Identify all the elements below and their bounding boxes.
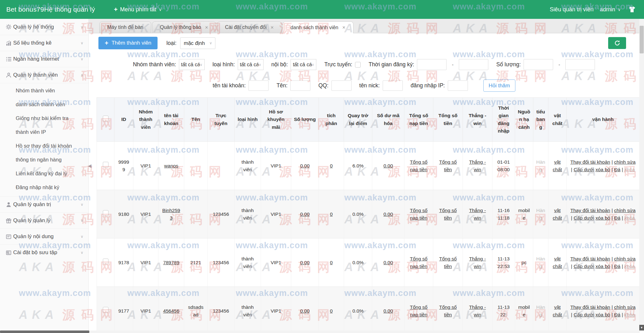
online-checkbox[interactable] [355, 62, 361, 68]
sidebar-item-quan-ly-noi-dung[interactable]: Quản lý nội dung∨ [0, 228, 88, 244]
row-checkbox[interactable] [103, 307, 108, 313]
register-from-input[interactable] [417, 59, 447, 70]
select-all-checkbox[interactable] [103, 116, 108, 121]
internal-select[interactable]: tất cả các∨ [291, 59, 316, 70]
row-checkbox[interactable] [103, 162, 108, 167]
login-ip-input[interactable] [448, 80, 468, 91]
sidebar-item-quan-ly-thanh-vien[interactable]: Quản lý thành viên∧ [0, 67, 88, 83]
sidebar-subitem-thanh-vien-ip[interactable]: thành viên IP [0, 125, 88, 139]
amount-from-input[interactable] [524, 59, 553, 70]
op-link-da[interactable]: Đá [614, 264, 620, 269]
row-checkbox[interactable] [103, 259, 108, 264]
balance-link[interactable]: 0.00 [383, 260, 393, 265]
sidebar-item-quan-ly-quan-ly[interactable]: Quản lý quản lý∨ [0, 212, 88, 228]
total-link[interactable]: Tổng số tiền [439, 208, 457, 220]
win-link[interactable]: Thắng - win [469, 159, 486, 172]
balance-link[interactable]: 0.00 [383, 308, 393, 314]
quantity-link[interactable]: 0.00 [300, 211, 309, 217]
account-link[interactable]: Binh2593 [162, 208, 180, 220]
scroll-down-arrow-icon[interactable]: ▼ [639, 325, 644, 330]
op-link-da[interactable]: Đá [614, 215, 620, 221]
member-group-select[interactable]: tất cả các∨ [179, 59, 205, 70]
op-link-da[interactable]: Đá [614, 167, 620, 172]
op-link-da[interactable]: Đá [614, 312, 620, 317]
sidebar-subitem-ho-so-thay-doi-tai-khoan[interactable]: Hồ sơ thay đổi tài khoản [0, 139, 88, 153]
sidebar-collapse-handle[interactable]: ◀ [87, 158, 92, 174]
tab-may-tinh-de-ban[interactable]: Máy tính để bàn [99, 21, 151, 33]
account-link[interactable]: 456456 [163, 308, 180, 314]
theme-shirt-icon[interactable] [628, 6, 636, 13]
op-link-xoa-bo[interactable]: xóa bỏ [596, 167, 610, 172]
sidebar-subitem-lien-ket-dang-ky-dai-ly[interactable]: Liên kết đăng ký đại lý [0, 167, 88, 181]
deposit-link[interactable]: Tổng số nạp tiền [410, 304, 427, 317]
horizontal-scrollbar-thumb[interactable] [0, 330, 89, 333]
register-to-input[interactable] [459, 59, 488, 70]
name-input[interactable] [290, 80, 310, 91]
amount-to-input[interactable] [565, 59, 595, 70]
quantity-link[interactable]: 0.00 [300, 308, 309, 314]
op-link-thay-doi-tai-khoan[interactable]: Thay đổi tài khoản [570, 159, 610, 165]
op-link-cap-duoi[interactable]: Cấp dưới [574, 167, 594, 172]
account-link[interactable]: wanos [164, 163, 178, 168]
total-link[interactable]: Tổng số tiền [439, 159, 457, 172]
sidebar-item-ngan-hang-internet[interactable]: Ngân hàng Internet∨ [0, 51, 88, 67]
tab-quan-ly-thong-bao[interactable]: Quản lý thông báo✕ [152, 21, 216, 33]
account-link[interactable]: 789789 [163, 260, 180, 265]
type-select[interactable]: mặc định ∨ [180, 37, 215, 49]
sidebar-item-quan-ly-quan-tri[interactable]: Quản lý quản trị∨ [0, 196, 88, 212]
balance-link[interactable]: 0.00 [383, 163, 393, 168]
op-link-thay-doi-tai-khoan[interactable]: Thay đổi tài khoản [570, 304, 610, 310]
deposit-link[interactable]: Tổng số nạp tiền [410, 256, 427, 269]
op-link-khoa[interactable]: khóa [625, 215, 635, 221]
quantity-link[interactable]: 0.00 [300, 163, 309, 168]
op-link-cap-duoi[interactable]: Cấp dưới [574, 264, 594, 269]
nickname-input[interactable] [383, 80, 403, 91]
win-link[interactable]: Thắng - win [469, 256, 486, 269]
material-link[interactable]: vật chất [553, 256, 562, 269]
total-link[interactable]: Tổng số tiền [439, 256, 457, 269]
deposit-link[interactable]: Tổng số nạp tiền [410, 208, 427, 220]
op-link-thay-doi-tai-khoan[interactable]: Thay đổi tài khoản [570, 208, 610, 213]
op-link-xoa-bo[interactable]: xóa bỏ [596, 264, 610, 269]
material-link[interactable]: vật chất [553, 304, 562, 317]
quantity-link[interactable]: 0.00 [300, 260, 309, 265]
horizontal-scrollbar[interactable] [0, 330, 639, 333]
vertical-scrollbar[interactable]: ▼ [639, 19, 644, 330]
op-link-chinh-sua[interactable]: chỉnh sửa [614, 256, 636, 261]
op-link-thay-doi-tai-khoan[interactable]: Thay đổi tài khoản [570, 256, 610, 261]
sidebar-item-so-lieu-thong-ke[interactable]: Số liệu thống kê∨ [0, 35, 88, 51]
total-link[interactable]: Tổng số tiền [439, 304, 457, 317]
sidebar-subitem-dang-nhap-nhat-ky[interactable]: Đăng nhập nhật ký [0, 181, 88, 194]
sidebar-subitem-giong-nhu-bai-kiem-tra[interactable]: Giống như bài kiểm tra [0, 112, 88, 125]
account-input[interactable] [248, 80, 269, 91]
material-link[interactable]: vật chất [553, 159, 562, 172]
sidebar-subitem-danh-sach-thanh-vien[interactable]: danh sách thành viên [0, 98, 88, 112]
op-link-khoa[interactable]: khóa [625, 312, 635, 317]
op-link-cap-duoi[interactable]: Cấp dưới [574, 215, 594, 221]
op-link-chinh-sua[interactable]: chỉnh sửa [614, 159, 636, 165]
close-icon[interactable]: ✕ [205, 25, 208, 30]
type-filter-select[interactable]: tất cả các∨ [238, 59, 264, 70]
add-member-button[interactable]: + Thêm thành viên [98, 37, 158, 49]
vertical-scrollbar-thumb[interactable] [640, 26, 644, 53]
sidebar-subitem-thong-tin-ngan-hang[interactable]: thông tin ngân hàng [0, 153, 88, 167]
op-link-chinh-sua[interactable]: chỉnh sửa [614, 208, 636, 213]
close-icon[interactable]: ✕ [342, 25, 346, 30]
points-link[interactable]: 0 [330, 211, 333, 217]
op-link-khoa[interactable]: khóa [625, 264, 635, 269]
tab-danh-sach-thanh-vien[interactable]: danh sách thành viên✕ [283, 21, 353, 33]
qq-input[interactable] [331, 80, 352, 91]
points-link[interactable]: 0 [330, 163, 333, 168]
op-link-xoa-bo[interactable]: xóa bỏ [596, 215, 610, 221]
op-link-khoa[interactable]: khóa [625, 167, 635, 172]
balance-link[interactable]: 0.00 [383, 211, 393, 217]
deposit-link[interactable]: Tổng số nạp tiền [410, 159, 427, 172]
tab-cai-dat-chuyen-doi[interactable]: Cài đặt chuyển đổi✕ [217, 21, 281, 33]
refresh-button[interactable] [608, 37, 626, 49]
close-icon[interactable]: ✕ [270, 25, 274, 30]
sidebar-subitem-nhom-thanh-vien[interactable]: Nhóm thành viên [0, 84, 88, 98]
sidebar-item-quan-ly-he-thong[interactable]: Quản lý hệ thống∨ [0, 19, 88, 35]
points-link[interactable]: 0 [330, 308, 333, 314]
op-link-chinh-sua[interactable]: chỉnh sửa [614, 304, 636, 310]
op-link-cap-duoi[interactable]: Cấp dưới [574, 312, 594, 317]
